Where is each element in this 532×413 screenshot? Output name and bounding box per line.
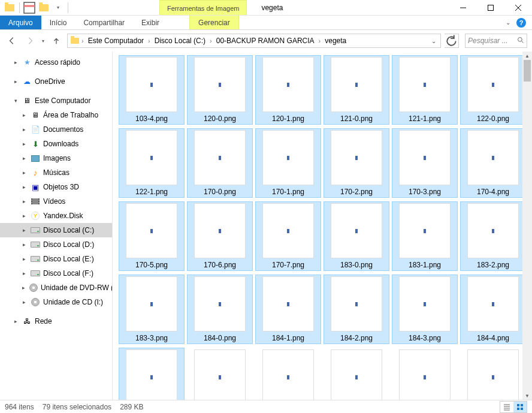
file-item[interactable]: 184-5.png [119, 348, 185, 400]
tree-onedrive[interactable]: ▸☁OneDrive [0, 74, 112, 89]
qat-properties-icon[interactable] [22, 1, 37, 15]
chevron-right-icon[interactable]: ▸ [20, 242, 28, 248]
file-item[interactable]: 120-1.png [255, 55, 321, 125]
chevron-right-icon[interactable]: ▸ [20, 198, 28, 204]
chevron-right-icon[interactable]: ▸ [20, 213, 28, 219]
file-item[interactable]: 190-0.png [187, 348, 253, 400]
tree-this-pc[interactable]: ▾🖥Este Computador [0, 94, 112, 108]
close-button[interactable] [504, 0, 532, 16]
file-item[interactable]: 170-7.png [255, 201, 321, 271]
file-item[interactable]: 190-1.png [255, 348, 321, 400]
tree-drive-d[interactable]: ▸Disco Local (D:) [0, 237, 112, 252]
details-view-button[interactable] [500, 402, 513, 412]
chevron-right-icon[interactable]: ▸ [20, 299, 28, 305]
file-item[interactable]: 122-1.png [119, 128, 185, 198]
tree-dvd[interactable]: ▸Unidade de DVD-RW (G:) [0, 281, 112, 295]
back-button[interactable] [5, 34, 19, 48]
tree-music[interactable]: ▸♪Músicas [0, 165, 112, 180]
tree-cd[interactable]: ▸Unidade de CD (I:) [0, 295, 112, 309]
file-item[interactable]: 121-1.png [392, 55, 458, 125]
file-item[interactable]: 184-2.png [324, 275, 389, 344]
tree-drive-f[interactable]: ▸Disco Local (F:) [0, 266, 112, 281]
chevron-right-icon[interactable]: ▸ [12, 318, 19, 324]
file-item[interactable]: 190-4.png [460, 348, 526, 400]
tree-downloads[interactable]: ▸⬇Downloads [0, 137, 112, 151]
file-item[interactable]: 184-3.png [392, 275, 458, 344]
tree-network[interactable]: ▸🖧Rede [0, 314, 112, 328]
file-item[interactable]: 184-1.png [255, 275, 321, 344]
file-item[interactable]: 170-4.png [460, 128, 526, 198]
qat-folder-icon[interactable] [2, 1, 17, 15]
address-dropdown[interactable]: ⌄ [428, 38, 439, 44]
file-item[interactable]: 120-0.png [187, 55, 253, 125]
file-item[interactable]: 183-1.png [392, 201, 458, 271]
chevron-right-icon[interactable]: ▸ [20, 270, 28, 276]
file-item[interactable]: 183-3.png [119, 275, 185, 344]
tab-share[interactable]: Compartilhar [75, 16, 133, 29]
tree-videos[interactable]: ▸Vídeos [0, 194, 112, 209]
tree-desktop[interactable]: ▸🖥Área de Trabalho [0, 108, 112, 122]
vertical-scrollbar[interactable]: ▲ ▼ [522, 52, 532, 400]
icons-view-button[interactable] [513, 402, 527, 412]
file-item[interactable]: 103-4.png [119, 55, 185, 125]
file-item[interactable]: 170-2.png [324, 128, 389, 198]
file-item[interactable]: 183-2.png [460, 201, 526, 271]
chevron-right-icon[interactable]: ▸ [20, 227, 28, 233]
search-input[interactable]: Pesquisar ... [465, 34, 527, 48]
file-item[interactable]: 121-0.png [324, 55, 389, 125]
chevron-down-icon[interactable]: ▾ [12, 98, 19, 104]
chevron-right-icon[interactable]: ▸ [20, 126, 28, 132]
scroll-thumb[interactable] [524, 60, 531, 82]
file-item[interactable]: 190-2.png [324, 348, 389, 400]
file-item[interactable]: 122-0.png [460, 55, 526, 125]
scroll-down-icon[interactable]: ▼ [522, 391, 532, 400]
file-item[interactable]: 170-5.png [119, 201, 185, 271]
chevron-right-icon[interactable]: ▸ [20, 285, 26, 291]
breadcrumb-drive-c[interactable]: Disco Local (C:) [151, 34, 209, 47]
chevron-right-icon[interactable]: ▸ [20, 155, 28, 161]
tree-3d-objects[interactable]: ▸▣Objetos 3D [0, 180, 112, 194]
file-item[interactable]: 184-0.png [187, 275, 253, 344]
tab-manage[interactable]: Gerenciar [189, 16, 239, 29]
chevron-right-icon[interactable]: ▸ [12, 59, 19, 65]
chevron-right-icon[interactable]: ▸ [12, 79, 19, 85]
chevron-right-icon[interactable]: ▸ [20, 112, 28, 118]
up-button[interactable] [49, 34, 64, 48]
file-item[interactable]: 183-0.png [324, 201, 389, 271]
refresh-button[interactable] [445, 34, 459, 48]
tree-quick-access[interactable]: ▸★Acesso rápido [0, 55, 112, 70]
chevron-right-icon[interactable]: ▸ [20, 184, 28, 190]
qat-customize-dropdown[interactable]: ▾ [51, 1, 65, 15]
tree-documents[interactable]: ▸📄Documentos [0, 122, 112, 137]
chevron-right-icon[interactable]: ▸ [20, 141, 28, 147]
chevron-right-icon[interactable]: ▸ [20, 170, 28, 176]
tree-drive-e[interactable]: ▸Disco Local (E:) [0, 252, 112, 266]
breadcrumb-vegeta[interactable]: vegeta [321, 34, 350, 47]
breadcrumb-backup[interactable]: 00-BACKUP RAMON GARCIA [213, 34, 318, 47]
file-view[interactable]: 103-4.png120-0.png120-1.png121-0.png121-… [113, 52, 532, 400]
help-icon[interactable]: ? [516, 18, 526, 28]
scroll-up-icon[interactable]: ▲ [522, 52, 532, 60]
history-dropdown[interactable]: ▾ [41, 38, 46, 44]
file-item[interactable]: 170-1.png [255, 128, 321, 198]
tab-view[interactable]: Exibir [133, 16, 168, 29]
chevron-right-icon[interactable]: ▸ [20, 256, 28, 262]
file-item[interactable]: 184-4.png [460, 275, 526, 344]
file-item[interactable]: 170-3.png [392, 128, 458, 198]
maximize-button[interactable] [477, 0, 504, 16]
tree-yandex[interactable]: ▸YYandex.Disk [0, 209, 112, 223]
address-folder-icon[interactable] [69, 38, 81, 44]
file-item[interactable]: 170-6.png [187, 201, 253, 271]
file-item[interactable]: 190-3.png [392, 348, 458, 400]
address-bar[interactable]: › Este Computador › Disco Local (C:) › 0… [67, 34, 441, 48]
qat-new-folder-icon[interactable] [37, 1, 51, 15]
forward-button[interactable] [23, 34, 37, 48]
tree-pictures[interactable]: ▸Imagens [0, 151, 112, 165]
minimize-button[interactable] [449, 0, 477, 16]
ribbon-collapse-icon[interactable]: ⌄ [506, 19, 510, 26]
tab-file[interactable]: Arquivo [0, 16, 41, 29]
file-item[interactable]: 170-0.png [187, 128, 253, 198]
tab-home[interactable]: Início [41, 16, 75, 29]
tree-drive-c[interactable]: ▸Disco Local (C:) [0, 223, 112, 237]
breadcrumb-this-pc[interactable]: Este Computador [84, 34, 147, 47]
